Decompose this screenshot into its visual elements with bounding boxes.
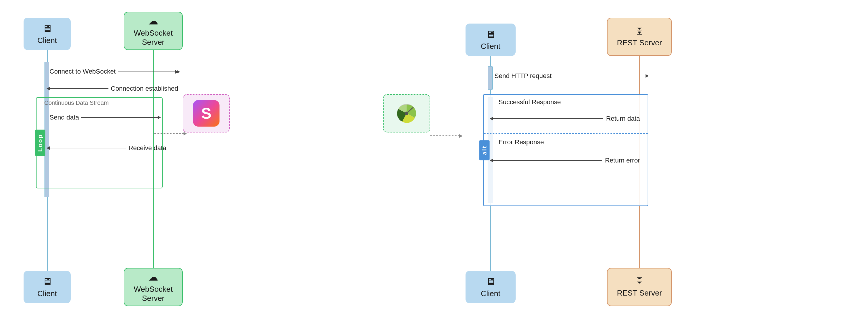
right-diagram: 🖥 Client 🗄 REST Server Send HTTP request…: [442, 9, 707, 312]
loop-label: Loop: [35, 130, 45, 156]
rest-server-bottom-node: 🗄 REST Server: [607, 268, 672, 306]
right-client-top-icon: 🖥: [486, 29, 496, 40]
send-http-label: Send HTTP request: [494, 72, 552, 80]
send-http-arrow: Send HTTP request: [494, 72, 646, 80]
chart-icon: [395, 102, 418, 125]
rest-server-bottom-icon: 🗄: [635, 277, 644, 287]
ws-server-bottom-icon: ☁: [148, 271, 158, 283]
client-bottom-icon: 🖥: [42, 276, 52, 287]
send-data-arrow: Send data: [50, 114, 158, 121]
rest-server-bottom-label: REST Server: [617, 288, 662, 298]
ws-server-top-node: ☁ WebSocketServer: [124, 12, 183, 50]
error-response-label: Error Response: [498, 138, 544, 146]
loop-box: Loop: [36, 97, 163, 188]
right-client-top-label: Client: [481, 42, 500, 51]
return-error-label: Return error: [605, 157, 640, 164]
alt-divider: [484, 133, 648, 134]
send-data-label: Send data: [50, 114, 79, 121]
connect-ws-arrow: Connect to WebSocket: [50, 68, 177, 75]
dashed-arrow-chart: [430, 135, 460, 136]
return-data-arrow: Return data: [493, 115, 640, 123]
conn-estab-line: [50, 88, 108, 89]
ws-server-top-label: WebSocketServer: [134, 29, 173, 47]
return-data-label: Return data: [606, 115, 640, 123]
right-client-bottom-node: 🖥 Client: [466, 271, 516, 303]
connect-ws-line: [118, 71, 177, 72]
alt-label: alt: [479, 140, 490, 160]
client-bottom-label: Client: [37, 289, 57, 298]
successful-response-label: Successful Response: [498, 98, 561, 106]
chart-sketch-box: [383, 94, 430, 132]
client-top-icon: 🖥: [42, 23, 52, 34]
right-client-bottom-icon: 🖥: [486, 276, 496, 287]
connection-established-arrow: Connection established: [50, 85, 178, 92]
right-client-bottom-label: Client: [481, 289, 500, 298]
send-http-line: [555, 76, 646, 76]
ws-server-bottom-node: ☁ WebSocketServer: [124, 268, 183, 306]
right-client-activation-bar: [488, 66, 493, 90]
return-data-line: [493, 118, 603, 119]
receive-data-label: Receive data: [128, 144, 166, 152]
rest-server-top-icon: 🗄: [635, 27, 644, 36]
ws-server-top-icon: ☁: [148, 15, 158, 27]
ws-server-bottom-label: WebSocketServer: [134, 285, 173, 303]
right-client-top-node: 🖥 Client: [466, 24, 516, 56]
sketchnote-box: S: [183, 94, 230, 132]
alt-box: alt Successful Response Return data Erro…: [483, 94, 648, 206]
receive-data-arrow: Receive data: [50, 144, 166, 152]
client-top-node: 🖥 Client: [24, 18, 71, 50]
sketch-s-icon: S: [193, 100, 219, 127]
left-diagram: 🖥 Client ☁ WebSocketServer Connect to We…: [18, 9, 239, 312]
connection-established-label: Connection established: [111, 85, 178, 92]
return-error-arrow: Return error: [493, 157, 640, 164]
continuous-data-stream-label: Continuous Data Stream: [44, 99, 109, 106]
return-error-line: [493, 160, 602, 161]
rest-server-top-node: 🗄 REST Server: [607, 18, 672, 56]
client-bottom-node: 🖥 Client: [24, 271, 71, 303]
client-top-label: Client: [37, 36, 57, 45]
dashed-arrow-to-sketch: [154, 133, 184, 134]
rest-server-top-label: REST Server: [617, 38, 662, 47]
receive-data-line: [50, 148, 126, 148]
connect-ws-label: Connect to WebSocket: [50, 68, 116, 75]
send-data-line: [81, 117, 158, 118]
